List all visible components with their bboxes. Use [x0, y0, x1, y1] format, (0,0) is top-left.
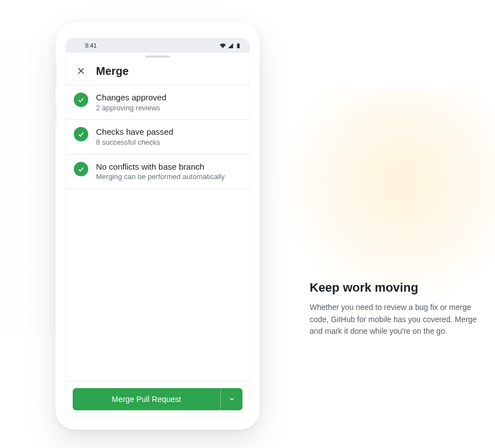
merge-pull-request-button[interactable]: Merge Pull Request [73, 388, 220, 410]
check-icon [74, 93, 88, 107]
sheet-title: Merge [96, 65, 129, 78]
status-row-checks[interactable]: Checks have passed 8 successful checks [66, 120, 249, 154]
marketing-heading: Keep work moving [310, 281, 482, 295]
wifi-icon [220, 43, 226, 49]
cellular-icon [228, 43, 234, 49]
status-row-conflicts[interactable]: No conflicts with base branch Merging ca… [66, 155, 249, 189]
marketing-body: Whether you need to review a bug fix or … [310, 302, 482, 338]
status-title: Checks have passed [96, 126, 173, 138]
sheet-handle[interactable] [66, 53, 249, 60]
battery-icon [235, 43, 241, 49]
status-title: No conflicts with base branch [96, 161, 225, 172]
status-subtitle: 8 successful checks [96, 138, 173, 147]
merge-status-list: Changes approved 2 approving reviews Che… [66, 85, 249, 189]
close-button[interactable] [74, 64, 88, 78]
sheet-footer: Merge Pull Request [66, 381, 249, 417]
status-bar: 9:41 [66, 38, 249, 53]
status-subtitle: Merging can be performed automatically [96, 172, 225, 182]
status-time: 9:41 [85, 42, 97, 49]
status-title: Changes approved [96, 92, 166, 103]
status-subtitle: 2 approving reviews [96, 104, 166, 113]
check-icon [74, 162, 88, 176]
check-icon [74, 127, 88, 141]
chevron-down-icon [228, 395, 236, 403]
phone-screen: 9:41 Merge [65, 38, 250, 418]
close-icon [77, 67, 85, 75]
marketing-copy: Keep work moving Whether you need to rev… [310, 281, 482, 338]
status-icons [220, 43, 241, 49]
merge-options-button[interactable] [220, 388, 243, 410]
phone-mockup: 9:41 Merge [55, 22, 260, 430]
status-row-approved[interactable]: Changes approved 2 approving reviews [66, 85, 249, 120]
